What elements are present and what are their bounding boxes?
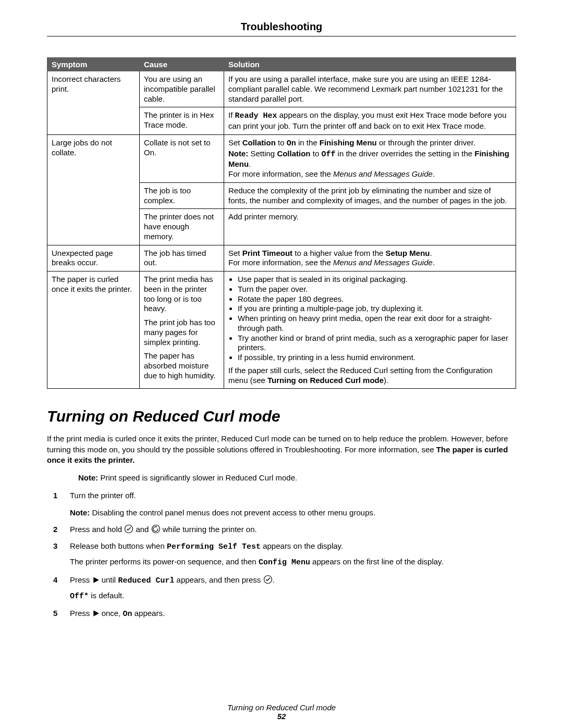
cell-symptom: Large jobs do not collate.	[47, 134, 140, 245]
page-footer: Turning on Reduced Curl mode 52	[47, 703, 516, 721]
cell-solution: Set Print Timeout to a higher value from…	[224, 245, 516, 272]
right-arrow-icon	[92, 576, 100, 584]
cell-solution: Set Collation to On in the Finishing Men…	[224, 134, 516, 182]
table-row: The paper is curled once it exits the pr…	[47, 272, 516, 389]
cell-cause: You are using an incompatible parallel c…	[140, 71, 224, 107]
step-number: 4	[53, 575, 63, 602]
step-number: 1	[53, 490, 63, 518]
step: 5Press once, On appears.	[47, 608, 516, 620]
back-icon	[151, 524, 161, 534]
troubleshooting-table: Symptom Cause Solution Incorrect charact…	[47, 57, 516, 389]
check-icon	[263, 575, 273, 584]
step: 1Turn the printer off.Note: Disabling th…	[47, 490, 516, 518]
step: 2Press and hold and while turning the pr…	[47, 524, 516, 535]
cell-solution: If you are using a parallel interface, m…	[224, 71, 516, 107]
col-symptom: Symptom	[47, 58, 140, 71]
steps-list: 1Turn the printer off.Note: Disabling th…	[47, 490, 516, 620]
table-row: Unexpected page breaks occur.The job has…	[47, 245, 516, 272]
cell-symptom: The paper is curled once it exits the pr…	[47, 272, 140, 389]
right-arrow-icon	[92, 610, 100, 617]
section-intro: If the print media is curled once it exi…	[47, 434, 516, 465]
table-row: Large jobs do not collate.Collate is not…	[47, 134, 516, 182]
cell-symptom: Incorrect characters print.	[47, 71, 140, 135]
step: 4Press until Reduced Curl appears, and t…	[47, 575, 516, 602]
cell-solution: Reduce the complexity of the print job b…	[224, 182, 516, 209]
cell-cause: The printer does not have enough memory.	[140, 209, 224, 245]
cell-solution: Use paper that is sealed in its original…	[224, 272, 516, 389]
section-note: Note: Print speed is significantly slowe…	[47, 473, 516, 483]
cell-solution: If Ready Hex appears on the display, you…	[224, 107, 516, 135]
step: 3Release both buttons when Performing Se…	[47, 541, 516, 569]
cell-cause: The printer is in Hex Trace mode.	[140, 107, 224, 135]
step-number: 5	[53, 608, 63, 620]
table-row: Incorrect characters print.You are using…	[47, 71, 516, 107]
col-cause: Cause	[140, 58, 224, 71]
col-solution: Solution	[224, 58, 516, 71]
cell-solution: Add printer memory.	[224, 209, 516, 245]
section-heading: Turning on Reduced Curl mode	[47, 408, 516, 425]
page-title: Troubleshooting	[47, 21, 516, 36]
cell-cause: The print media has been in the printer …	[140, 272, 224, 389]
check-icon	[124, 524, 133, 534]
cell-cause: The job is too complex.	[140, 182, 224, 209]
cell-cause: The job has timed out.	[140, 245, 224, 272]
cell-symptom: Unexpected page breaks occur.	[47, 245, 140, 272]
step-number: 3	[53, 541, 63, 569]
step-number: 2	[53, 524, 63, 535]
cell-cause: Collate is not set to On.	[140, 134, 224, 182]
